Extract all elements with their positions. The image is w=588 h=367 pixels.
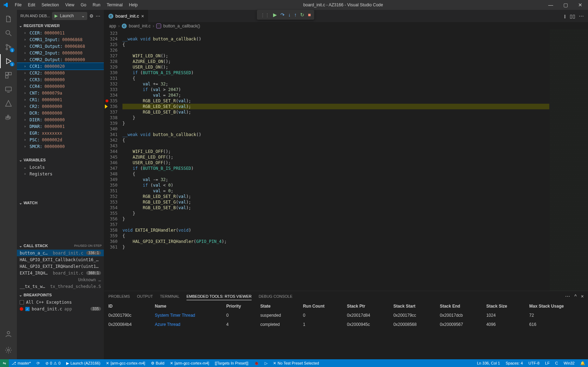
drag-handle-icon[interactable]: ⋮⋮ (260, 12, 270, 18)
callstack-row[interactable]: EXTI4_IRQHandler()board_init.c360:1 (17, 270, 104, 276)
callstack-row[interactable]: button_a_callback()board_init.c336:1 (17, 250, 104, 256)
step-out-button[interactable]: ↑ (294, 12, 297, 18)
preset-1[interactable]: ✕[arm-gcc-cortex-m4] (103, 359, 148, 367)
menu-view[interactable]: View (62, 1, 77, 9)
settings-icon[interactable] (0, 343, 17, 357)
registers-group[interactable]: ›Registers (17, 170, 104, 177)
table-header[interactable]: Stack Start (389, 302, 436, 311)
register-row[interactable]: ›SMCR: 00000000 (17, 143, 104, 150)
gear-icon[interactable]: ⚙ (89, 13, 94, 19)
table-header[interactable]: ID (104, 302, 151, 311)
cursor-pos[interactable]: Ln 336, Col 1 (474, 359, 502, 367)
split-icon[interactable]: ▯▯ (570, 13, 575, 19)
restart-button[interactable]: ↻ (300, 12, 304, 18)
launch-status[interactable]: ▶Launch (AZ3166) (63, 359, 103, 367)
callstack-row[interactable]: HAL_GPIO_EXTI_Callback(uint16_t GPIO_P (17, 256, 104, 263)
breadcrumb[interactable]: app › C board_init.c › ⬚ button_a_callba… (104, 22, 588, 30)
breakpoints-header[interactable]: ⌄ BREAKPOINTS (17, 291, 104, 299)
eol[interactable]: LF (542, 359, 552, 367)
register-row[interactable]: ›EGR: xxxxxxxx (17, 130, 104, 136)
callstack-row[interactable]: __tx_ts_wait()tx_thread_schedule.S (17, 283, 104, 290)
register-row[interactable]: ›CR1: 00000001 (17, 96, 104, 103)
more-icon[interactable]: ⋯ (96, 13, 100, 19)
indent[interactable]: Spaces: 4 (503, 359, 526, 367)
table-header[interactable]: Stack Size (482, 302, 525, 311)
tab-board-init[interactable]: C board_init.c × (104, 10, 148, 22)
register-row[interactable]: ›CCR4: 00000000 (17, 83, 104, 90)
debug-icon[interactable]: 🐞 (251, 359, 262, 367)
preset-2[interactable]: ✕[arm-gcc-cortex-m4] (167, 359, 212, 367)
problems-indicator[interactable]: ⊘0⚠0 (43, 359, 63, 367)
menu-edit[interactable]: Edit (25, 1, 38, 9)
register-row[interactable]: ›CR2: 00000000 (17, 103, 104, 110)
table-header[interactable]: Run Count (299, 302, 343, 311)
register-row[interactable]: ›DMAR: 00000001 (17, 123, 104, 130)
stop-button[interactable]: ■ (308, 12, 311, 18)
code-area[interactable]: __weak void button_a_callback(){ WIFI_LE… (122, 30, 549, 291)
panel-tab-rtos[interactable]: EMBEDDED TOOLS: RTOS VIEWER (186, 293, 252, 300)
checkbox-icon[interactable] (20, 300, 24, 304)
run-debug-icon[interactable]: 1 (0, 54, 17, 68)
close-tab-icon[interactable]: × (141, 13, 144, 19)
table-header[interactable]: Max Stack Usage (525, 302, 588, 311)
maximize-button[interactable]: ▢ (561, 2, 570, 8)
checkbox-icon[interactable]: ✓ (25, 307, 30, 311)
register-row[interactable]: ›CCMR1_Output: 00006868 (17, 43, 104, 50)
remote-explorer-icon[interactable] (0, 82, 17, 96)
register-row[interactable]: ›CCR1: 00000020 (17, 63, 104, 70)
encoding[interactable]: UTF-8 (526, 359, 542, 367)
bp-file[interactable]: ✓ board_init.c app 335 (17, 305, 104, 312)
extensions-icon[interactable] (0, 68, 17, 82)
cmake-icon[interactable] (0, 96, 17, 110)
callstack-header[interactable]: ⌄ CALL STACK PAUSED ON STEP (17, 242, 104, 250)
register-viewer-header[interactable]: ⌄ REGISTER VIEWER (17, 22, 104, 30)
watch-header[interactable]: ⌄ WATCH (17, 199, 104, 207)
register-row[interactable]: ›CCR2: 00000000 (17, 70, 104, 76)
panel-tab-debugconsole[interactable]: DEBUG CONSOLE (259, 293, 292, 300)
callstack-row[interactable]: Unknown … (17, 276, 104, 283)
debug-toolbar[interactable]: ⋮⋮ ▶ ↷ ↓ ↑ ↻ ■ (257, 10, 314, 20)
panel-tab-problems[interactable]: PROBLEMS (108, 293, 130, 300)
register-row[interactable]: ›CCER: 00000011 (17, 30, 104, 36)
docker-icon[interactable] (0, 110, 17, 124)
panel-more-icon[interactable]: ⋯ (565, 294, 570, 299)
minimize-button[interactable]: — (546, 2, 556, 8)
panel-tab-output[interactable]: OUTPUT (137, 293, 153, 300)
register-row[interactable]: ›CCMR2_Input: 00000000 (17, 50, 104, 56)
step-into-button[interactable]: ↓ (288, 12, 291, 18)
table-header[interactable]: Priority (222, 302, 256, 311)
search-icon[interactable] (0, 26, 17, 40)
line-gutter[interactable]: 3233243253263273283293303313323333343353… (104, 30, 122, 291)
table-header[interactable]: State (256, 302, 299, 311)
menu-file[interactable]: File (12, 1, 24, 9)
panel-close-icon[interactable]: × (581, 294, 584, 299)
remote-indicator[interactable]: ⇋ (0, 359, 9, 367)
table-row[interactable]: 0x200084b4Azure Thread4completed10x20009… (104, 320, 588, 329)
source-control-icon[interactable]: 1 (0, 40, 17, 54)
compare-icon[interactable]: ⫿ (564, 13, 566, 19)
git-sync[interactable]: ⟳ (34, 359, 43, 367)
menu-help[interactable]: Help (126, 1, 141, 9)
register-row[interactable]: ›DIER: 00000000 (17, 116, 104, 123)
build-status[interactable]: ⚙Build (148, 359, 167, 367)
table-header[interactable]: Name (151, 302, 222, 311)
run-icon[interactable]: ▷ (262, 359, 270, 367)
menu-selection[interactable]: Selection (39, 1, 62, 9)
test-preset[interactable]: ✕No Test Preset Selected (270, 359, 322, 367)
launch-config-select[interactable]: ▶ Launch ⌄ (52, 12, 87, 20)
table-row[interactable]: 0x2001790cSystem Timer Thread0suspended0… (104, 311, 588, 320)
register-row[interactable]: ›DCR: 00000000 (17, 110, 104, 116)
panel-maximize-icon[interactable]: ^ (574, 294, 577, 299)
notifications-icon[interactable]: 🔔 (577, 359, 588, 367)
table-header[interactable]: Stack Ptr (343, 302, 389, 311)
register-row[interactable]: ›CCR3: 00000000 (17, 76, 104, 83)
os[interactable]: Win32 (561, 359, 577, 367)
register-row[interactable]: ›PSC: 0000002d (17, 136, 104, 143)
callstack-row[interactable]: HAL_GPIO_EXTI_IRQHandler(uint16_t GPIC (17, 263, 104, 270)
panel-tab-terminal[interactable]: TERMINAL (160, 293, 179, 300)
register-row[interactable]: ›CCMR2_Output: 00000000 (17, 56, 104, 63)
accounts-icon[interactable] (0, 327, 17, 341)
menu-go[interactable]: Go (78, 1, 89, 9)
language-mode[interactable]: C (552, 359, 561, 367)
more-icon[interactable]: ⋯ (579, 13, 584, 19)
